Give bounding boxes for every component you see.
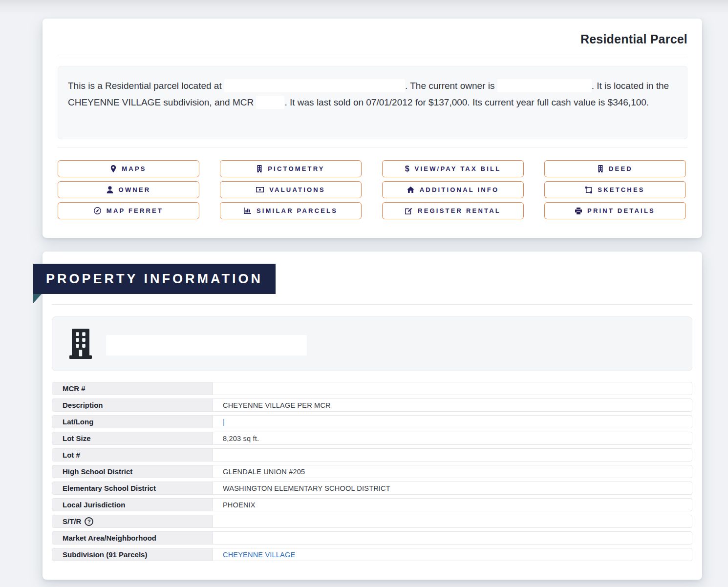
row-label: Elementary School District <box>52 482 213 494</box>
map-pin-icon <box>110 165 116 172</box>
money-bill-icon <box>256 187 264 192</box>
table-row: Subdivision (91 Parcels) CHEYENNE VILLAG… <box>52 548 692 561</box>
button-label: VIEW/PAY TAX BILL <box>415 165 501 172</box>
button-label: PRINT DETAILS <box>587 207 655 214</box>
divider <box>58 55 687 55</box>
sketches-button[interactable]: SKETCHES <box>544 181 686 198</box>
row-label: High School District <box>52 465 213 478</box>
row-value: 8,203 sq ft. <box>213 432 692 444</box>
divider <box>52 304 692 305</box>
redacted-property-address <box>106 335 307 356</box>
pictometry-button[interactable]: PICTOMETRY <box>220 160 362 177</box>
divider <box>58 147 687 147</box>
maps-button[interactable]: MAPS <box>58 160 199 177</box>
button-label: SIMILAR PARCELS <box>257 207 338 214</box>
property-information-card: PROPERTY INFORMATION MCR # Description C… <box>43 252 702 580</box>
row-label: Local Jurisdiction <box>52 499 213 511</box>
table-row: MCR # <box>52 382 692 395</box>
button-label: DEED <box>609 165 633 172</box>
summary-part-2: . The current owner is <box>405 81 497 91</box>
similar-parcels-button[interactable]: SIMILAR PARCELS <box>220 202 362 219</box>
table-row: Lat/Long | <box>52 415 692 428</box>
edit-icon <box>405 208 412 214</box>
redacted-owner <box>497 79 592 92</box>
parcel-summary-card: Residential Parcel This is a Residential… <box>43 19 702 238</box>
row-value: GLENDALE UNION #205 <box>213 465 692 478</box>
building-icon <box>257 165 262 172</box>
table-row: Description CHEYENNE VILLAGE PER MCR <box>52 398 692 412</box>
property-info-table: MCR # Description CHEYENNE VILLAGE PER M… <box>52 382 692 565</box>
dollar-icon: $ <box>405 165 409 173</box>
button-label: REGISTER RENTAL <box>418 207 501 214</box>
help-icon[interactable]: ? <box>85 517 93 526</box>
owner-button[interactable]: OWNER <box>58 181 199 198</box>
row-label: MCR # <box>52 382 213 395</box>
section-title: PROPERTY INFORMATION <box>46 272 263 287</box>
house-icon <box>407 187 414 193</box>
section-header-ribbon: PROPERTY INFORMATION <box>33 264 276 294</box>
map-ferret-button[interactable]: MAP FERRET <box>58 202 199 219</box>
parcel-summary-text: This is a Residential parcel located at … <box>58 66 687 139</box>
row-value <box>213 382 692 395</box>
printer-icon <box>575 208 582 214</box>
button-label: PICTOMETRY <box>268 165 325 172</box>
parcel-action-buttons: MAPS PICTOMETRY $ VIEW/PAY TAX BILL DEED… <box>58 160 686 219</box>
subdivision-link[interactable]: CHEYENNE VILLAGE <box>223 551 295 559</box>
button-label: MAP FERRET <box>107 207 163 214</box>
compass-icon <box>94 207 101 214</box>
row-label: Lat/Long <box>52 416 213 428</box>
row-value: PHOENIX <box>213 499 692 511</box>
table-row: High School District GLENDALE UNION #205 <box>52 465 692 478</box>
deed-button[interactable]: DEED <box>544 160 686 177</box>
row-value <box>213 515 692 527</box>
ribbon-fold-decoration <box>33 294 42 303</box>
redacted-mcr-number <box>256 96 284 109</box>
table-row: S/T/R ? <box>52 515 692 528</box>
print-details-button[interactable]: PRINT DETAILS <box>544 202 686 219</box>
row-value: | <box>213 416 692 428</box>
table-row: Market Area/Neighborhood <box>52 531 692 545</box>
table-row: Lot # <box>52 448 692 461</box>
page-title: Residential Parcel <box>580 32 687 46</box>
row-label: S/T/R ? <box>52 515 213 527</box>
button-label: OWNER <box>119 186 151 193</box>
row-value <box>213 532 692 544</box>
table-row: Local Jurisdiction PHOENIX <box>52 498 692 511</box>
button-label: MAPS <box>122 165 146 172</box>
row-value: WASHINGTON ELEMENTARY SCHOOL DISTRICT <box>213 482 692 494</box>
row-label: Subdivision (91 Parcels) <box>52 548 213 561</box>
summary-part-1: This is a Residential parcel located at <box>68 81 224 91</box>
table-row: Elementary School District WASHINGTON EL… <box>52 482 692 495</box>
user-icon <box>107 186 113 193</box>
register-rental-button[interactable]: REGISTER RENTAL <box>382 202 524 219</box>
button-label: ADDITIONAL INFO <box>420 186 499 193</box>
table-row: Lot Size 8,203 sq ft. <box>52 432 692 445</box>
vector-square-icon <box>585 187 592 193</box>
row-label: Market Area/Neighborhood <box>52 532 213 544</box>
valuations-button[interactable]: VALUATIONS <box>220 181 362 198</box>
building-icon <box>67 329 94 361</box>
view-pay-tax-bill-button[interactable]: $ VIEW/PAY TAX BILL <box>382 160 524 177</box>
row-value <box>213 449 692 461</box>
row-value: CHEYENNE VILLAGE <box>213 548 692 561</box>
button-label: SKETCHES <box>598 186 644 193</box>
row-value: CHEYENNE VILLAGE PER MCR <box>213 399 692 411</box>
row-label: Description <box>52 399 213 411</box>
property-address-banner <box>52 316 692 371</box>
building-icon <box>598 165 603 172</box>
row-label: Lot # <box>52 449 213 461</box>
redacted-address <box>224 79 405 92</box>
button-label: VALUATIONS <box>269 186 325 193</box>
summary-part-4: . It was last sold on 07/01/2012 for $13… <box>284 97 649 107</box>
row-label: Lot Size <box>52 432 213 444</box>
additional-info-button[interactable]: ADDITIONAL INFO <box>382 181 524 198</box>
bar-chart-icon <box>244 208 251 214</box>
